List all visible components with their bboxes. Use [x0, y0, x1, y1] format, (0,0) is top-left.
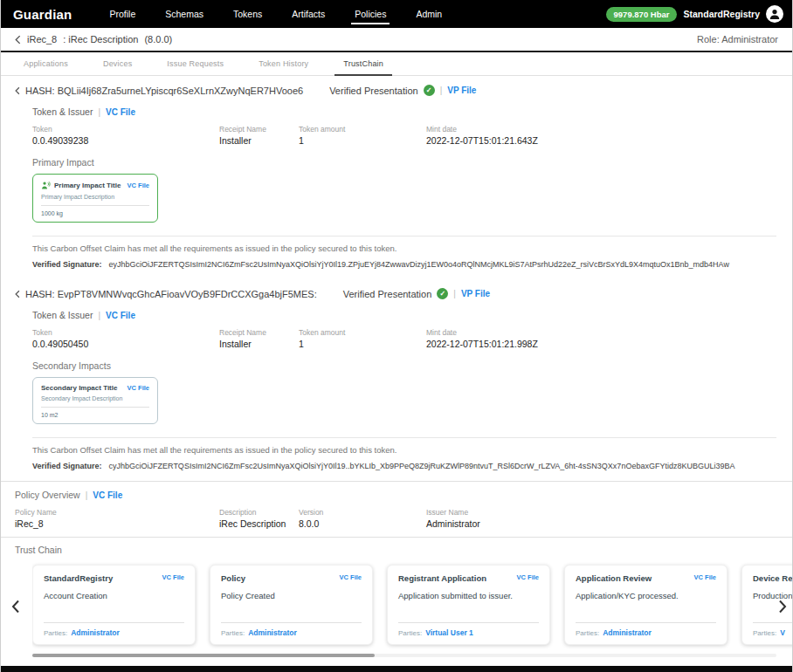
divider: [41, 407, 149, 408]
horizontal-scrollbar-thumb[interactable]: [32, 654, 375, 657]
impact-card-header: Secondary Impact Title VC File: [41, 384, 149, 392]
signature-row: Verified Signature: eyJhbGciOiJFZERTQSIs…: [32, 260, 776, 279]
field-mint-date: Mint date 2022-12-07T15:01:21.998Z: [426, 328, 776, 349]
verified-presentation-label: Verified Presentation: [329, 86, 418, 96]
policy-description: : iRec Description: [63, 34, 138, 45]
verified-signature-label: Verified Signature:: [32, 260, 102, 269]
field-value: 1: [299, 135, 426, 146]
parties-label: Parties:: [753, 629, 776, 637]
card-title: Policy: [221, 573, 245, 583]
user-avatar-icon[interactable]: [766, 5, 783, 23]
field-description: Description iRec Description: [219, 508, 299, 529]
vp-file-link[interactable]: VP File: [447, 86, 476, 95]
party-link[interactable]: Administrator: [71, 628, 120, 637]
separator: [453, 289, 456, 298]
vc-file-link[interactable]: VC File: [694, 573, 716, 581]
vc-file-link[interactable]: VC File: [340, 573, 362, 581]
field-issuer-name: Issuer Name Administrator: [426, 508, 776, 529]
trust-chain-carousel: StandardRegistry VC File Account Creatio…: [1, 561, 792, 652]
field-value: 2022-12-07T15:01:21.998Z: [426, 339, 776, 349]
impact-card-description: Secondary Impact Description: [41, 395, 149, 401]
vc-file-link[interactable]: VC File: [162, 573, 184, 581]
verified-signature-label: Verified Signature:: [32, 462, 102, 470]
field-value: iRec Description: [219, 518, 299, 529]
main-content: HASH: BQLii4Ij68Zra5urneLYpiscqr6SeXLrnX…: [1, 76, 792, 666]
impact-card-value: 10 m2: [41, 412, 149, 418]
card-description: Account Creation: [44, 591, 184, 619]
vc-file-link[interactable]: VC File: [128, 182, 149, 189]
tab-devices[interactable]: Devices: [86, 52, 149, 75]
field-token-amount: Token amount 1: [299, 125, 426, 146]
parties-label: Parties:: [44, 629, 67, 637]
carousel-prev-button[interactable]: [8, 596, 24, 618]
impact-icon: [41, 181, 51, 190]
main-nav: Profile Schemas Tokens Artifacts Policie…: [94, 0, 457, 28]
field-receipt-name: Receipt Name Installer: [219, 328, 299, 349]
card-title: Registrant Application: [398, 573, 486, 583]
nav-tokens[interactable]: Tokens: [218, 0, 277, 28]
party-link[interactable]: Administrator: [248, 628, 297, 637]
nav-schemas[interactable]: Schemas: [150, 0, 218, 28]
impact-card-value: 1000 kg: [41, 210, 149, 216]
field-value: 2022-12-07T15:01:21.643Z: [426, 135, 776, 146]
divider: [41, 205, 149, 206]
field-value: Administrator: [426, 518, 776, 529]
horizontal-scrollbar-track[interactable]: [32, 654, 776, 657]
nav-admin[interactable]: Admin: [401, 0, 457, 28]
field-label: Mint date: [426, 328, 776, 337]
field-label: Issuer Name: [426, 508, 776, 517]
tab-issue-requests[interactable]: Issue Requests: [149, 52, 241, 75]
verified-presentation-label: Verified Presentation: [343, 289, 432, 299]
divider: [221, 622, 362, 623]
vc-file-link[interactable]: VC File: [106, 107, 135, 117]
field-value: Installer: [219, 339, 299, 349]
vp-section-2: HASH: EvpPT8VMNWvqcGhcAFioavVOyB9FDrCCXG…: [1, 279, 792, 481]
divider: [576, 622, 716, 623]
policy-version: (8.0.0): [144, 34, 172, 45]
field-label: Token: [32, 328, 219, 337]
trust-chain-section: Trust Chain StandardRegistry VC File Acc…: [1, 537, 792, 657]
divider: [44, 622, 184, 623]
vp-file-link[interactable]: VP File: [461, 289, 490, 298]
party-link[interactable]: V: [780, 628, 785, 637]
vp-body: Token & Issuer VC File Token 0.0.4903923…: [15, 106, 776, 279]
trust-chain-card: StandardRegistry VC File Account Creatio…: [32, 565, 196, 645]
party-link[interactable]: Virtual User 1: [425, 628, 473, 637]
collapse-chevron-icon[interactable]: [15, 290, 20, 298]
field-value: Installer: [219, 135, 299, 146]
vc-file-link[interactable]: VC File: [93, 490, 122, 500]
verified-check-icon: ✓: [437, 288, 448, 299]
nav-artifacts[interactable]: Artifacts: [277, 0, 340, 28]
separator: [98, 107, 100, 117]
divider: [32, 236, 776, 237]
tab-applications[interactable]: Applications: [6, 52, 86, 75]
field-mint-date: Mint date 2022-12-07T15:01:21.643Z: [426, 125, 776, 146]
carousel-next-button[interactable]: [775, 596, 790, 618]
field-label: Token amount: [299, 328, 426, 337]
hash-label: HASH: EvpPT8VMNWvqcGhcAFioavVOyB9FDrCCXG…: [25, 289, 317, 299]
tab-token-history[interactable]: Token History: [241, 52, 326, 75]
policy-overview-section: Policy Overview VC File Policy Name iRec…: [1, 481, 792, 537]
impact-card-description: Primary Impact Description: [41, 194, 149, 200]
tab-trustchain[interactable]: TrustChain: [326, 52, 401, 75]
trust-chain-title: Trust Chain: [1, 545, 792, 555]
vc-file-link[interactable]: VC File: [106, 311, 135, 320]
field-label: Version: [299, 508, 426, 517]
party-link[interactable]: Administrator: [603, 628, 652, 637]
token-issuer-label: Token & Issuer: [32, 106, 93, 117]
vc-file-link[interactable]: VC File: [128, 384, 149, 392]
policy-overview-fields: Policy Name iRec_8 Description iRec Desc…: [15, 508, 776, 529]
collapse-chevron-icon[interactable]: [15, 86, 20, 95]
separator: [440, 86, 443, 95]
trust-chain-card: Registrant Application VC File Applicati…: [387, 565, 550, 645]
vc-file-link[interactable]: VC File: [517, 573, 539, 581]
divider: [398, 622, 539, 623]
nav-policies[interactable]: Policies: [340, 0, 401, 28]
current-user-label[interactable]: StandardRegistry: [683, 9, 760, 19]
back-chevron-icon[interactable]: [15, 35, 21, 45]
token-issuer-label: Token & Issuer: [32, 310, 93, 320]
nav-profile[interactable]: Profile: [94, 0, 150, 28]
hbar-balance-badge[interactable]: 9979.870 Hbar: [606, 7, 678, 22]
trust-chain-card: Policy VC File Policy Created Parties: A…: [210, 565, 373, 645]
separator: [86, 490, 88, 500]
